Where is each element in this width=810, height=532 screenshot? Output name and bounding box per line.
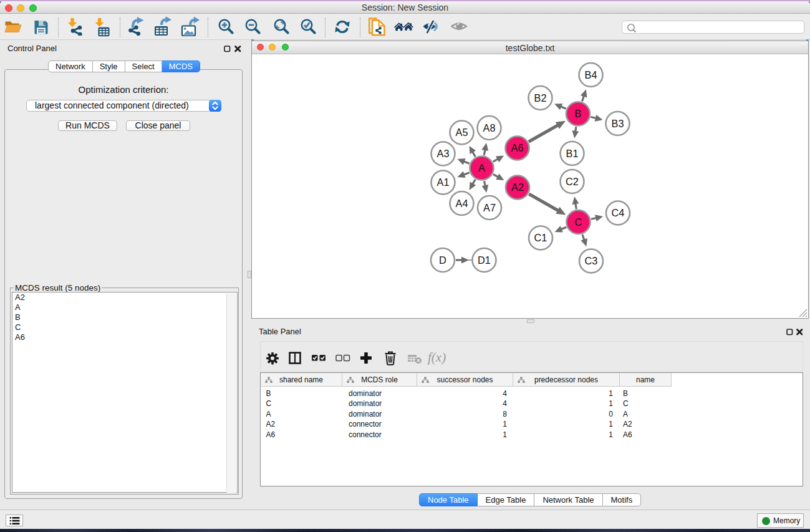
svg-text:B: B	[575, 108, 582, 119]
svg-text:A7: A7	[483, 202, 496, 213]
svg-text:B3: B3	[612, 118, 624, 129]
svg-text:C2: C2	[566, 176, 579, 187]
svg-text:C: C	[575, 216, 582, 228]
svg-text:C1: C1	[534, 232, 547, 243]
svg-text:A6: A6	[511, 142, 524, 153]
svg-text:A3: A3	[437, 148, 450, 159]
svg-text:C3: C3	[585, 255, 598, 266]
svg-text:A4: A4	[456, 198, 468, 209]
svg-text:B2: B2	[534, 92, 547, 104]
svg-text:C4: C4	[612, 207, 625, 218]
svg-text:A2: A2	[511, 181, 524, 193]
svg-text:D: D	[439, 254, 446, 266]
svg-text:A1: A1	[437, 177, 450, 188]
svg-text:B4: B4	[585, 69, 597, 80]
svg-text:D1: D1	[478, 254, 491, 266]
svg-text:A5: A5	[456, 127, 468, 138]
svg-text:A8: A8	[483, 122, 496, 133]
svg-text:B1: B1	[566, 148, 579, 159]
svg-text:A: A	[478, 162, 485, 173]
